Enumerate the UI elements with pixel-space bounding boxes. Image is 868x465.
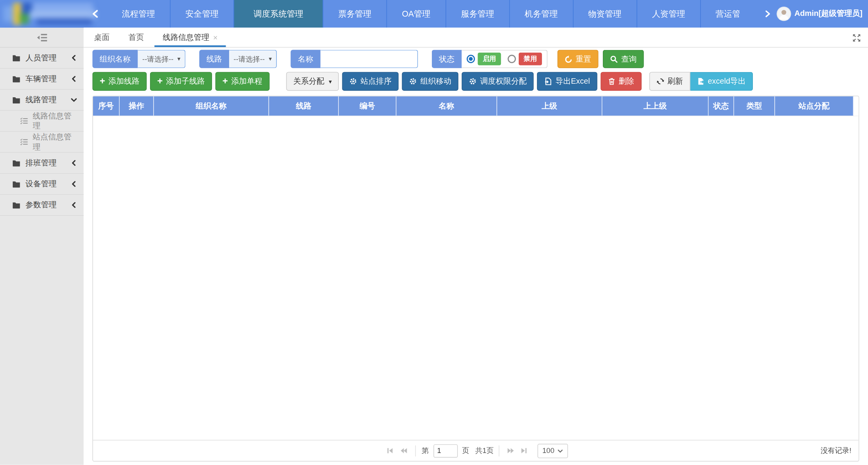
add-single-trip-button[interactable]: + 添加单程 <box>215 72 269 91</box>
chevron-left-icon <box>71 55 77 61</box>
gear-icon <box>350 78 357 85</box>
export-excel-button[interactable]: 导出Excel <box>537 72 597 91</box>
prev-page-icon <box>399 447 407 455</box>
org-select[interactable]: --请选择-- ▾ <box>138 50 186 68</box>
pagination: 第 页 共1页 100 <box>383 443 568 458</box>
nav-scroll-right-icon[interactable] <box>760 0 775 28</box>
station-sort-button[interactable]: 站点排序 <box>342 72 399 91</box>
status-options: 启用 禁用 <box>462 50 547 68</box>
radio-disabled[interactable] <box>507 55 516 63</box>
nav-item-process[interactable]: 流程管理 <box>106 0 170 28</box>
filter-row: 组织名称 --请选择-- ▾ 线路 --请选择-- ▾ <box>92 50 859 68</box>
gear-icon <box>409 78 417 85</box>
nav-item-hr[interactable]: 人资管理 <box>637 0 700 28</box>
folder-icon <box>12 96 20 103</box>
chevron-left-icon <box>71 76 77 82</box>
column-header-name[interactable]: 名称 <box>396 96 497 115</box>
tab-line-info[interactable]: 线路信息管理 × <box>154 28 226 47</box>
column-header-org-name[interactable]: 组织名称 <box>154 96 269 115</box>
tab-close-icon[interactable]: × <box>213 33 218 41</box>
first-page-button[interactable] <box>383 444 397 457</box>
avatar[interactable] <box>777 7 791 21</box>
last-page-button[interactable] <box>518 444 531 457</box>
last-page-icon <box>521 447 528 455</box>
content-panel: 组织名称 --请选择-- ▾ 线路 --请选择-- ▾ <box>84 48 868 465</box>
chevron-left-icon <box>71 160 77 166</box>
file-export-icon <box>697 78 704 85</box>
fullscreen-icon <box>852 33 861 41</box>
sidebar: 人员管理 车辆管理 线路管理 线路信息管理 <box>0 28 84 465</box>
disabled-badge[interactable]: 禁用 <box>519 53 542 65</box>
tab-home[interactable]: 首页 <box>120 28 152 47</box>
chevron-left-icon <box>71 202 77 208</box>
nav-item-ticketing[interactable]: 票务管理 <box>323 0 386 28</box>
relation-assign-dropdown[interactable]: 关系分配 ▾ <box>286 72 339 91</box>
fullscreen-button[interactable] <box>852 28 861 47</box>
page-suffix: 页 <box>462 446 469 456</box>
nav-item-machinery[interactable]: 机务管理 <box>509 0 573 28</box>
nav-scroll-left-icon[interactable] <box>84 0 106 28</box>
column-header-index[interactable]: 序号 <box>93 96 120 115</box>
filter-org-group: 组织名称 --请选择-- ▾ <box>92 50 185 68</box>
column-header-type[interactable]: 类型 <box>734 96 775 115</box>
column-header-line[interactable]: 线路 <box>269 96 339 115</box>
sidebar-item-equipment[interactable]: 设备管理 <box>0 174 84 195</box>
grid-body-empty <box>93 115 859 440</box>
undo-icon <box>564 55 572 63</box>
org-move-button[interactable]: 组织移动 <box>402 72 459 91</box>
add-subline-button[interactable]: + 添加子线路 <box>150 72 212 91</box>
line-select[interactable]: --请选择-- ▾ <box>229 50 277 68</box>
user-name[interactable]: Admin[超级管理员] <box>794 9 862 19</box>
sidebar-item-scheduling[interactable]: 排班管理 <box>0 153 84 174</box>
sidebar-item-vehicles[interactable]: 车辆管理 <box>0 69 84 90</box>
pager-divider <box>415 445 415 456</box>
filter-name-group: 名称 <box>291 50 418 68</box>
search-button[interactable]: 查询 <box>603 50 644 68</box>
sidebar-item-parameters[interactable]: 参数管理 <box>0 195 84 216</box>
nav-item-safety[interactable]: 安全管理 <box>170 0 233 28</box>
nav-item-operations[interactable]: 营运管理 <box>700 0 740 28</box>
sidebar-collapse-icon <box>36 33 48 42</box>
nav-item-dispatch-system[interactable]: 调度系统管理 <box>234 0 323 28</box>
filter-line-label: 线路 <box>199 50 229 68</box>
column-header-parent[interactable]: 上级 <box>497 96 602 115</box>
page-size-select[interactable]: 100 <box>537 443 568 458</box>
caret-down-icon: ▾ <box>178 55 181 63</box>
nav-item-materials[interactable]: 物资管理 <box>573 0 636 28</box>
nav-item-service[interactable]: 服务管理 <box>445 0 509 28</box>
sidebar-item-station-info[interactable]: 站点信息管理 <box>0 132 84 153</box>
column-header-grandparent[interactable]: 上上级 <box>602 96 709 115</box>
delete-button[interactable]: 删除 <box>601 72 642 91</box>
exceld-export-button[interactable]: exceld导出 <box>690 72 753 91</box>
refresh-button[interactable]: 刷新 <box>649 72 690 91</box>
prev-page-button[interactable] <box>397 444 410 457</box>
enabled-badge[interactable]: 启用 <box>478 53 501 65</box>
list-icon <box>20 117 28 125</box>
name-input[interactable] <box>321 50 418 68</box>
sidebar-item-line-info[interactable]: 线路信息管理 <box>0 111 84 132</box>
sidebar-item-personnel[interactable]: 人员管理 <box>0 48 84 69</box>
column-header-actions[interactable]: 操作 <box>119 96 154 115</box>
nav-item-oa[interactable]: OA管理 <box>387 0 445 28</box>
next-page-button[interactable] <box>504 444 518 457</box>
data-grid: 序号 操作 组织名称 线路 编号 名称 上级 上上级 状态 类型 站点分配 <box>92 96 859 462</box>
chevron-down-icon <box>558 449 563 453</box>
refresh-export-group: 刷新 exceld导出 <box>649 72 753 91</box>
filter-line-group: 线路 --请选择-- ▾ <box>199 50 277 68</box>
radio-enabled[interactable] <box>467 55 475 63</box>
column-header-station-assign[interactable]: 站点分配 <box>775 96 854 115</box>
sidebar-collapse-button[interactable] <box>0 28 84 47</box>
page-number-input[interactable] <box>433 444 457 457</box>
folder-icon <box>12 75 20 83</box>
column-header-code[interactable]: 编号 <box>339 96 397 115</box>
column-header-status[interactable]: 状态 <box>709 96 734 115</box>
sidebar-item-lines[interactable]: 线路管理 <box>0 90 84 110</box>
tab-bar: 桌面 首页 线路信息管理 × <box>84 28 868 47</box>
plus-icon: + <box>223 76 228 85</box>
dispatch-permission-button[interactable]: 调度权限分配 <box>462 72 534 91</box>
trash-icon <box>607 78 615 85</box>
reset-button[interactable]: 重置 <box>557 50 599 68</box>
tab-desktop[interactable]: 桌面 <box>86 28 118 47</box>
add-line-button[interactable]: + 添加线路 <box>92 72 147 91</box>
file-export-icon <box>544 78 552 85</box>
